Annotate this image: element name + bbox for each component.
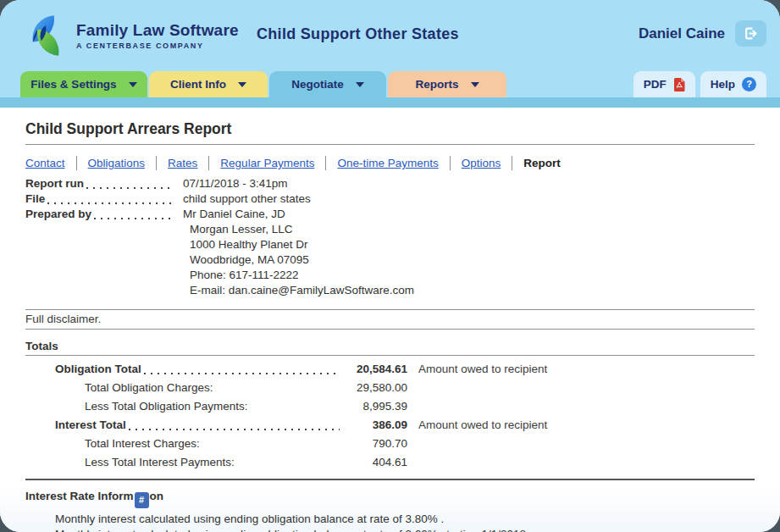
obligation-payments-label: Less Total Obligation Payments: [85,399,343,414]
report-run-value: 07/11/2018 - 3:41pm [183,176,288,191]
obligation-charges-label: Total Obligation Charges: [85,380,343,396]
interest-payments-value: 404.61 [343,455,407,470]
obligations-link[interactable]: Obligations [88,157,146,169]
preparer-email: E-mail: dan.caine@FamilyLawSoftware.com [190,283,755,298]
logout-icon [744,26,758,41]
dot-leader [94,218,173,219]
report-title: Child Support Arrears Report [25,120,755,138]
brand-logo-icon [24,14,68,58]
one-time-payments-link[interactable]: One-time Payments [337,157,438,169]
interest-charges-label: Total Interest Charges: [85,436,343,452]
report-meta: Report run 07/11/2018 - 3:41pm File chil… [25,176,755,298]
options-link[interactable]: Options [462,157,501,169]
interest-rate-line-1: Monthly interest calculated using ending… [55,512,755,527]
tab-negotiate-label: Negotiate [291,78,344,91]
dot-leader [129,429,340,430]
interest-payments-label: Less Total Interest Payments: [85,455,343,470]
obligation-payments-value: 8,995.39 [343,399,407,414]
interest-total-value: 386.09 [343,418,407,433]
app-header: Family Law Software A CENTERBASE COMPANY… [0,0,780,108]
interest-charges-value: 790.70 [343,436,407,452]
divider [25,329,755,330]
chevron-down-icon [238,82,246,87]
obligation-charges-value: 29,580.00 [343,380,407,396]
rates-link[interactable]: Rates [168,157,197,169]
prepared-by-row: Prepared by Mr Daniel Caine, JD [25,207,755,222]
divider [25,144,755,145]
regular-payments-link[interactable]: Regular Payments [220,157,314,169]
brand-row: Family Law Software A CENTERBASE COMPANY… [0,0,780,71]
dot-leader [144,373,340,374]
interest-rate-info-heading-text-tail: on [150,490,164,502]
chevron-down-icon [356,82,364,87]
disclaimer-section: Full disclaimer. [25,309,755,330]
full-disclaimer-text: Full disclaimer. [25,310,755,329]
help-button[interactable]: Help ? [700,71,766,97]
report-run-row: Report run 07/11/2018 - 3:41pm [25,176,755,191]
pdf-button-label: PDF [644,78,667,91]
brand-name: Family Law Software [76,21,239,40]
report-page: Child Support Arrears Report Contact Obl… [0,108,780,532]
tab-negotiate[interactable]: Negotiate [269,71,386,97]
active-tab-strip [0,97,780,108]
user-name: Daniel Caine [639,25,725,42]
interest-charges-row: Total Interest Charges: 790.70 [25,436,755,452]
preparer-city: Woodbridge, MA 07095 [190,252,755,268]
brand: Family Law Software A CENTERBASE COMPANY [24,14,239,58]
interest-total-row: Interest Total 386.09 Amount owed to rec… [25,418,755,433]
obligation-payments-row: Less Total Obligation Payments: 8,995.39 [25,399,755,414]
page-title: Child Support Other States [257,25,459,43]
preparer-firm: Morgan Lesser, LLC [190,222,755,237]
help-button-label: Help [711,78,735,91]
obligation-total-value: 20,584.61 [343,362,407,377]
utility-buttons: PDF Help ? [633,71,766,97]
obligation-charges-row: Total Obligation Charges: 29,580.00 [25,380,755,396]
pdf-button[interactable]: PDF [633,71,695,97]
brand-text: Family Law Software A CENTERBASE COMPANY [76,21,239,50]
file-label: File [25,191,45,207]
tab-reports-label: Reports [415,78,458,91]
tab-client-info-label: Client Info [170,78,226,91]
nav-item-options: Options [451,156,513,170]
divider [25,355,755,356]
app-window: Family Law Software A CENTERBASE COMPANY… [0,0,780,532]
contact-link[interactable]: Contact [25,157,65,169]
interest-total-note: Amount owed to recipient [418,418,547,433]
brand-tagline: A CENTERBASE COMPANY [76,42,239,50]
nav-item-report-current: Report [512,156,572,170]
help-question-icon: ? [742,77,756,91]
preparer-street: 1000 Healthy Planet Dr [190,237,755,252]
interest-rate-info-heading-text: Interest Rate Inform [25,490,134,502]
nav-item-obligations: Obligations [77,156,158,170]
file-value: child support other states [183,191,311,207]
user-area: Daniel Caine [639,20,766,47]
report-run-label: Report run [25,176,84,191]
report-section-nav: Contact Obligations Rates Regular Paymen… [25,156,755,170]
prepared-by-name: Mr Daniel Caine, JD [183,207,285,222]
dot-leader [86,187,173,189]
pdf-file-icon [673,78,685,91]
logout-button[interactable] [735,20,766,47]
tab-files-settings[interactable]: Files & Settings [20,71,147,97]
nav-item-regular-payments: Regular Payments [209,156,326,170]
obligation-total-label: Obligation Total [55,362,141,377]
dot-leader [47,202,173,204]
tab-reports[interactable]: Reports [388,71,506,97]
prepared-by-label: Prepared by [25,207,91,222]
main-tab-bar: Files & Settings Client Info Negotiate R… [0,71,780,97]
nav-item-rates: Rates [157,156,209,170]
chevron-down-icon [129,82,137,87]
preparer-address: Morgan Lesser, LLC 1000 Healthy Planet D… [190,222,755,298]
tab-files-settings-label: Files & Settings [30,78,116,91]
interest-rate-line-2: Monthly interest calculated using ending… [55,527,755,532]
interest-total-label: Interest Total [55,418,126,433]
file-row: File child support other states [25,191,755,207]
obligation-total-note: Amount owed to recipient [418,362,547,377]
chevron-down-icon [471,82,479,87]
preparer-phone: Phone: 617-111-2222 [190,268,755,283]
tab-client-info[interactable]: Client Info [149,71,268,97]
interest-rate-info-heading: Interest Rate Inform#on [25,490,755,508]
hash-badge[interactable]: # [135,492,149,508]
main-tabs: Files & Settings Client Info Negotiate R… [20,71,506,97]
nav-item-one-time-payments: One-time Payments [326,156,450,170]
